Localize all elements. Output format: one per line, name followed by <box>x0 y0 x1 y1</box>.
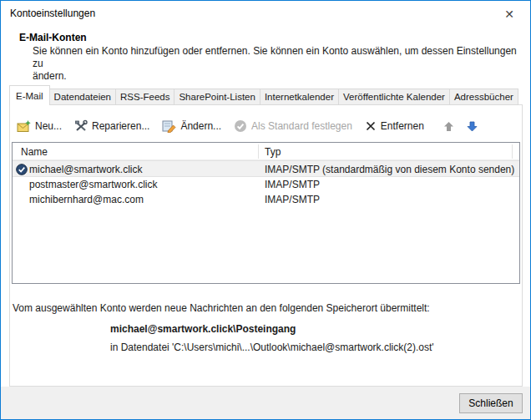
title-bar: Kontoeinstellungen ✕ <box>1 1 530 26</box>
remove-account-label: Entfernen <box>381 120 424 132</box>
account-type: IMAP/SMTP (standardmäßig von diesem Kont… <box>265 164 514 175</box>
delivery-datafile: in Datendatei 'C:\Users\michi\...\Outloo… <box>110 342 434 353</box>
move-up-icon <box>443 121 454 132</box>
close-icon[interactable]: ✕ <box>500 6 518 23</box>
tab-datendateien[interactable]: Datendateien <box>50 89 116 105</box>
remove-account-button[interactable]: Entfernen <box>365 120 424 132</box>
tab-rss-feeds[interactable]: RSS-Feeds <box>116 89 174 105</box>
section-description-line2: ändern. <box>33 70 523 83</box>
account-type: IMAP/SMTP <box>265 194 320 205</box>
footer-bar: Schließen <box>1 387 530 419</box>
new-account-button[interactable]: Neu... <box>17 120 62 133</box>
account-row-michael[interactable]: michael@smartwork.click IMAP/SMTP (stand… <box>13 160 519 177</box>
new-account-label: Neu... <box>35 120 62 132</box>
account-name: michibernhard@mac.com <box>29 194 144 205</box>
tab-adressbuecher[interactable]: Adressbücher <box>450 89 518 105</box>
change-account-label: Ändern... <box>180 120 221 132</box>
account-settings-dialog: Kontoeinstellungen ✕ E-Mail-Konten Sie k… <box>0 0 531 420</box>
accounts-list-header: Name Typ <box>13 143 519 160</box>
account-name: michael@smartwork.click <box>29 164 143 175</box>
move-up-button[interactable] <box>443 121 454 132</box>
repair-account-label: Reparieren... <box>92 120 149 132</box>
column-header-name[interactable]: Name <box>21 146 48 158</box>
change-pencil-icon <box>162 119 176 133</box>
close-button[interactable]: Schließen <box>459 393 523 413</box>
repair-account-button[interactable]: Reparieren... <box>74 119 149 133</box>
window-title: Kontoeinstellungen <box>10 8 95 19</box>
move-down-button[interactable] <box>467 121 478 132</box>
section-description-line1: Sie können ein Konto hinzufügen oder ent… <box>33 45 523 70</box>
account-row-michibernhard[interactable]: michibernhard@mac.com IMAP/SMTP <box>13 192 519 207</box>
tab-sharepoint-listen[interactable]: SharePoint-Listen <box>174 89 260 105</box>
section-description: Sie können ein Konto hinzufügen oder ent… <box>33 45 523 83</box>
tab-email[interactable]: E-Mail <box>9 85 50 105</box>
account-type: IMAP/SMTP <box>265 179 320 190</box>
remove-x-icon <box>365 120 377 132</box>
tab-veroeffentlichte-kalender[interactable]: Veröffentlichte Kalender <box>339 89 450 105</box>
column-header-type[interactable]: Typ <box>265 146 281 158</box>
tab-internetkalender[interactable]: Internetkalender <box>260 89 339 105</box>
email-tab-page: Neu... Reparieren... <box>9 104 523 387</box>
accounts-list: Name Typ michael@smartwork.click IMAP/SM… <box>12 142 520 284</box>
tab-bar: E-Mail Datendateien RSS-Feeds SharePoint… <box>9 85 518 105</box>
repair-tools-icon <box>74 119 88 133</box>
accounts-toolbar: Neu... Reparieren... <box>17 115 518 137</box>
account-row-postmaster[interactable]: postmaster@smartwork.click IMAP/SMTP <box>13 177 519 192</box>
default-check-icon <box>234 119 247 133</box>
change-account-button[interactable]: Ändern... <box>162 119 221 133</box>
section-title: E-Mail-Konten <box>19 32 87 43</box>
move-down-icon <box>467 121 478 132</box>
default-account-icon <box>16 164 28 175</box>
new-mail-icon <box>17 120 31 133</box>
set-default-button[interactable]: Als Standard festlegen <box>234 119 352 133</box>
delivery-intro-text: Vom ausgewählten Konto werden neue Nachr… <box>13 302 513 314</box>
set-default-label: Als Standard festlegen <box>251 120 352 132</box>
column-divider[interactable] <box>258 144 259 159</box>
delivery-destination: michael@smartwork.click\Posteingang <box>110 323 296 335</box>
account-name: postmaster@smartwork.click <box>29 179 158 190</box>
column-divider[interactable] <box>512 144 513 159</box>
